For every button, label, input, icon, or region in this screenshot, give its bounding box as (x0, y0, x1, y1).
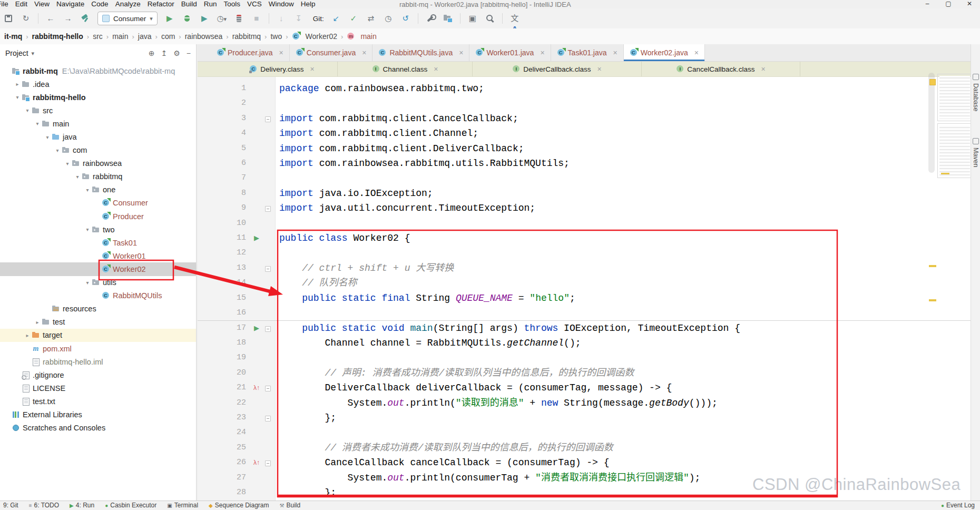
close-button[interactable]: ✕ (959, 0, 980, 8)
tree-item-license[interactable]: LICENSE (0, 381, 196, 395)
chevron-down-icon[interactable]: ▾ (33, 121, 42, 126)
breadcrumb-item[interactable]: com (161, 32, 175, 41)
close-icon[interactable]: × (362, 48, 366, 57)
editor-scrollbar[interactable] (928, 73, 935, 173)
tree-item-test.txt[interactable]: test.txt (0, 395, 196, 408)
run-gutter-icon[interactable]: ▶ (250, 321, 263, 336)
breadcrumb-item[interactable]: mmain (347, 32, 376, 41)
tab-delivercallback.class[interactable]: IDeliverCallback.class× (473, 62, 642, 76)
tree-item-two[interactable]: ▾two (0, 223, 196, 236)
line-number[interactable]: 18 (198, 336, 246, 350)
tree-item-.idea[interactable]: ▸.idea (0, 77, 196, 91)
lambda-gutter-icon[interactable]: λ↑ (250, 455, 263, 470)
fold-marker[interactable] (265, 116, 271, 122)
tree-item-pom.xml[interactable]: mpom.xml (0, 342, 196, 355)
menu-file[interactable]: File (0, 0, 8, 8)
close-icon[interactable]: × (310, 65, 315, 73)
menu-build[interactable]: Build (181, 0, 197, 8)
line-number[interactable]: 20 (198, 366, 246, 380)
menu-refactor[interactable]: Refactor (148, 0, 174, 8)
tree-item-rabbit-mq[interactable]: rabbit-mqE:\Java\RabbitMQcode\rabbit-mq (0, 64, 196, 77)
save-all-icon[interactable] (3, 13, 14, 24)
line-number[interactable]: 28 (198, 485, 246, 500)
tree-item-worker01[interactable]: CWorker01 (0, 249, 196, 262)
minimize-button[interactable]: – (917, 0, 938, 8)
chevron-down-icon[interactable]: ▾ (73, 174, 82, 180)
statusbar-6-todo[interactable]: ≡6: TODO (29, 502, 59, 509)
settings-wrench-icon[interactable] (425, 13, 436, 24)
project-structure-icon[interactable] (443, 13, 453, 24)
warning-stripe-mark[interactable] (929, 299, 936, 301)
maven-icon[interactable] (973, 138, 979, 144)
tab-producer.java[interactable]: CProducer.java× (211, 44, 290, 61)
line-number[interactable]: 9 (198, 201, 246, 215)
debug-icon[interactable] (182, 13, 192, 24)
lambda-gutter-icon[interactable]: λ↑ (250, 380, 263, 395)
breadcrumb-item[interactable]: two (270, 32, 282, 41)
line-number[interactable]: 26 (198, 455, 246, 470)
menu-run[interactable]: Run (204, 0, 217, 8)
tab-worker02.java[interactable]: CWorker02.java× (624, 44, 705, 61)
close-icon[interactable]: × (279, 48, 283, 57)
editor[interactable]: 1package com.rainbowsea.rabbitmq.two;23i… (198, 77, 971, 501)
chevron-down-icon[interactable]: ▾ (83, 280, 92, 286)
warning-stripe-mark[interactable] (929, 265, 936, 267)
database-icon[interactable] (973, 74, 979, 80)
tab-cancelcallback.class[interactable]: ICancelCallback.class× (642, 62, 800, 76)
line-number[interactable]: 19 (198, 350, 246, 365)
tree-item-task01[interactable]: CTask01 (0, 236, 196, 249)
chevron-down-icon[interactable]: ▾ (13, 94, 22, 100)
close-icon[interactable]: × (613, 48, 618, 57)
chevron-right-icon[interactable]: ▸ (13, 81, 22, 87)
line-number[interactable]: 15 (198, 291, 246, 306)
settings-gear-icon[interactable]: ⚙ (173, 49, 180, 57)
fold-marker[interactable] (265, 266, 271, 272)
breadcrumb-item[interactable]: rabbitmq-hello (32, 32, 83, 41)
statusbar-casbin-executor[interactable]: ●Casbin Executor (105, 502, 156, 509)
chevron-down-icon[interactable]: ▾ (32, 50, 35, 57)
tree-item-src[interactable]: ▾src (0, 104, 196, 117)
fold-marker[interactable] (265, 416, 271, 421)
tree-item-target[interactable]: ▸target (0, 329, 196, 342)
tree-item-utils[interactable]: ▾utils (0, 276, 196, 289)
close-icon[interactable]: × (434, 65, 438, 73)
line-number[interactable]: 24 (198, 425, 246, 440)
tab-worker01.java[interactable]: CWorker01.java× (469, 44, 551, 61)
tool-stripe-maven[interactable]: Maven (972, 148, 979, 168)
line-number[interactable]: 27 (198, 470, 246, 485)
close-icon[interactable]: × (761, 65, 766, 73)
tree-item-main[interactable]: ▾main (0, 117, 196, 130)
run-config-selector[interactable]: Consumer ▾ (97, 12, 158, 25)
back-icon[interactable]: ← (45, 13, 56, 24)
git-rollback-icon[interactable]: ↺ (400, 13, 411, 24)
profiler-memory-icon[interactable] (234, 13, 244, 24)
line-number[interactable]: 22 (198, 396, 246, 410)
statusbar-4-run[interactable]: ▶4: Run (70, 502, 94, 509)
breadcrumb-item[interactable]: java (138, 32, 152, 41)
tab-rabbitmqutils.java[interactable]: CRabbitMQUtils.java× (373, 44, 469, 61)
line-number[interactable]: 7 (198, 171, 246, 185)
line-number[interactable]: 13 (198, 261, 246, 276)
chevron-down-icon[interactable]: ▾ (83, 187, 92, 193)
maximize-button[interactable]: ▢ (938, 0, 959, 8)
line-number[interactable]: 17 (198, 321, 246, 336)
statusbar-terminal[interactable]: ▣Terminal (167, 502, 198, 509)
tab-task01.java[interactable]: CTask01.java× (551, 44, 624, 61)
tree-item-rabbitmq-hello[interactable]: ▾rabbitmq-hello (0, 91, 196, 104)
tab-channel.class[interactable]: IChannel.class× (338, 62, 473, 76)
sync-icon[interactable]: ↻ (21, 13, 31, 24)
git-diff-icon[interactable]: ⇄ (366, 13, 376, 24)
line-number[interactable]: 4 (198, 126, 246, 141)
chevron-down-icon[interactable]: ▾ (63, 161, 72, 166)
menu-navigate[interactable]: Navigate (56, 0, 84, 8)
line-number[interactable]: 10 (198, 216, 246, 231)
chevron-right-icon[interactable]: ▸ (23, 332, 32, 338)
chevron-down-icon[interactable]: ▾ (83, 227, 92, 232)
search-everywhere-icon[interactable] (485, 13, 495, 24)
locate-file-icon[interactable]: ⊕ (149, 49, 155, 57)
menu-vcs[interactable]: VCS (247, 0, 262, 8)
tree-item-producer[interactable]: CProducer (0, 210, 196, 223)
line-number[interactable]: 1 (198, 81, 246, 96)
run-anything-icon[interactable]: ▣ (467, 13, 478, 24)
close-icon[interactable]: × (597, 65, 602, 73)
